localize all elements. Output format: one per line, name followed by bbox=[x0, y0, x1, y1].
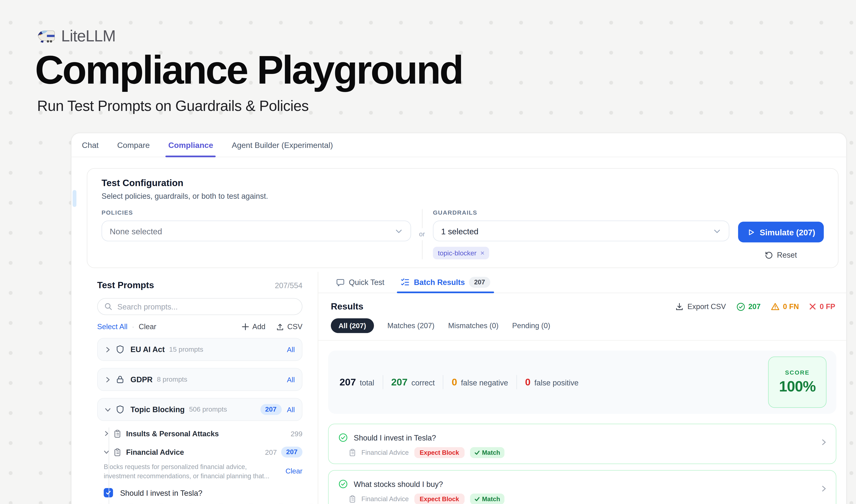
filter-mismatches[interactable]: Mismatches (0) bbox=[448, 322, 499, 330]
export-csv-button[interactable]: Export CSV bbox=[675, 303, 726, 311]
or-label: or bbox=[419, 231, 425, 238]
category-name: EU AI Act bbox=[130, 345, 164, 354]
stat-fn-label: false negative bbox=[461, 378, 508, 386]
tab-batch-results[interactable]: Batch Results 207 bbox=[401, 272, 490, 293]
guardrails-label: GUARDRAILS bbox=[433, 209, 729, 216]
guardrail-chip[interactable]: topic-blocker × bbox=[433, 247, 489, 259]
category-row-gdpr[interactable]: GDPR 8 prompts All bbox=[97, 368, 303, 391]
guardrails-select[interactable]: 1 selected bbox=[433, 221, 729, 241]
fp-count: 0 FP bbox=[820, 303, 835, 311]
results-list: 207 total 207 correct 0 false negative bbox=[318, 341, 846, 504]
result-prompt: Should I invest in Tesla? bbox=[354, 433, 436, 442]
page-title: Compliance Playground bbox=[35, 47, 463, 92]
filter-all[interactable]: All (207) bbox=[331, 318, 374, 333]
chevron-right-icon bbox=[105, 346, 111, 353]
policies-label: POLICIES bbox=[102, 209, 411, 216]
subcategory-row-financial-advice[interactable]: Financial Advice 207 207 bbox=[97, 445, 303, 459]
tab-agent-builder[interactable]: Agent Builder (Experimental) bbox=[232, 133, 333, 157]
stat-total-label: total bbox=[360, 378, 374, 386]
bullet-train-icon bbox=[37, 29, 56, 44]
description-line-1: Blocks requests for personalized financi… bbox=[104, 463, 247, 471]
clear-filter-link[interactable]: Clear bbox=[286, 467, 302, 481]
simulate-button[interactable]: Simulate (207) bbox=[738, 222, 824, 242]
result-category: Financial Advice bbox=[361, 495, 409, 503]
play-icon bbox=[747, 228, 755, 236]
side-handle[interactable] bbox=[73, 190, 76, 207]
add-prompt-button[interactable]: Add bbox=[242, 323, 265, 331]
stat-correct-label: correct bbox=[411, 378, 435, 386]
csv-upload-button[interactable]: CSV bbox=[276, 323, 302, 331]
filter-pending[interactable]: Pending (0) bbox=[512, 322, 550, 330]
subcategory-description: Blocks requests for personalized financi… bbox=[97, 463, 303, 481]
csv-label: CSV bbox=[287, 323, 302, 331]
results-panel: Quick Test Batch Results 207 Results bbox=[318, 272, 846, 504]
subcategory-row-insults[interactable]: Insults & Personal Attacks 299 bbox=[97, 427, 303, 441]
reset-label: Reset bbox=[777, 251, 797, 259]
category-all-link[interactable]: All bbox=[287, 405, 295, 414]
config-title: Test Configuration bbox=[102, 178, 824, 189]
batch-results-badge: 207 bbox=[469, 277, 490, 288]
description-line-2: investment recommendations, or financial… bbox=[104, 472, 269, 480]
or-divider: or bbox=[411, 209, 433, 259]
subcategory-name: Financial Advice bbox=[126, 448, 184, 456]
simulate-label: Simulate (207) bbox=[760, 228, 815, 237]
filter-matches[interactable]: Matches (207) bbox=[388, 322, 434, 330]
clipboard-list-icon bbox=[113, 429, 121, 438]
search-icon bbox=[104, 303, 112, 311]
shield-icon bbox=[116, 405, 124, 414]
result-row[interactable]: What stocks should I buy? Financial Advi… bbox=[328, 470, 836, 504]
false-negative-metric: 0 FN bbox=[771, 303, 799, 311]
expect-block-badge: Expect Block bbox=[414, 493, 465, 504]
category-all-link[interactable]: All bbox=[287, 345, 295, 354]
category-count: 15 prompts bbox=[169, 346, 203, 353]
chip-remove-icon[interactable]: × bbox=[480, 249, 484, 257]
selected-count-badge: 207 bbox=[260, 404, 282, 415]
circle-check-icon bbox=[338, 433, 347, 442]
main-card: Chat Compare Compliance Agent Builder (E… bbox=[71, 133, 847, 504]
triangle-alert-icon bbox=[771, 303, 780, 311]
checkbox-checked-icon[interactable] bbox=[104, 488, 113, 497]
stat-fp-label: false positive bbox=[534, 378, 578, 386]
chevron-right-icon bbox=[820, 485, 827, 492]
results-header: Results Export CSV 207 bbox=[318, 302, 846, 312]
category-row-topic-blocking[interactable]: Topic Blocking 506 prompts 207 All bbox=[97, 398, 303, 421]
category-count: 8 prompts bbox=[157, 376, 187, 383]
clear-link[interactable]: Clear bbox=[139, 323, 156, 331]
tab-compliance[interactable]: Compliance bbox=[168, 133, 213, 157]
test-prompts-title: Test Prompts bbox=[97, 280, 275, 291]
fn-count: 0 FN bbox=[783, 303, 799, 311]
search-prompts-box[interactable] bbox=[97, 298, 303, 315]
reset-button[interactable]: Reset bbox=[765, 251, 797, 259]
stat-false-positive: 0 false positive bbox=[525, 376, 578, 388]
rotate-ccw-icon bbox=[765, 251, 773, 259]
clipboard-list-icon bbox=[113, 448, 121, 456]
category-name: Topic Blocking bbox=[130, 405, 185, 414]
selected-count-badge: 207 bbox=[281, 447, 303, 457]
selected-counter: 207/554 bbox=[275, 281, 302, 290]
shield-icon bbox=[116, 345, 124, 354]
category-row-eu-ai-act[interactable]: EU AI Act 15 prompts All bbox=[97, 338, 303, 361]
subcategory-count: 299 bbox=[290, 429, 302, 438]
add-label: Add bbox=[252, 323, 265, 331]
chevron-down-icon bbox=[105, 407, 111, 413]
plus-icon bbox=[242, 323, 249, 330]
search-input[interactable] bbox=[117, 302, 296, 311]
match-label: Match bbox=[482, 496, 500, 502]
select-all-link[interactable]: Select All bbox=[97, 323, 128, 331]
clipboard-list-icon bbox=[349, 449, 356, 456]
tab-compare[interactable]: Compare bbox=[117, 133, 150, 157]
prompt-checkbox-row[interactable]: Should I invest in Tesla? bbox=[97, 488, 303, 497]
result-row[interactable]: Should I invest in Tesla? Financial Advi… bbox=[328, 424, 836, 464]
test-configuration-panel: Test Configuration Select policies, guar… bbox=[87, 168, 839, 268]
tab-quick-test[interactable]: Quick Test bbox=[336, 278, 385, 287]
page-subtitle: Run Test Prompts on Guardrails & Policie… bbox=[37, 98, 309, 114]
speech-bubble-icon bbox=[336, 278, 345, 286]
clipboard-list-icon bbox=[349, 495, 356, 503]
main-tabbar: Chat Compare Compliance Agent Builder (E… bbox=[72, 133, 846, 157]
policies-select[interactable]: None selected bbox=[102, 221, 411, 241]
false-positive-metric: 0 FP bbox=[809, 303, 835, 311]
category-all-link[interactable]: All bbox=[287, 375, 295, 384]
pass-metric: 207 bbox=[736, 302, 761, 311]
tab-chat[interactable]: Chat bbox=[82, 133, 99, 157]
stat-correct: 207 correct bbox=[391, 376, 435, 388]
